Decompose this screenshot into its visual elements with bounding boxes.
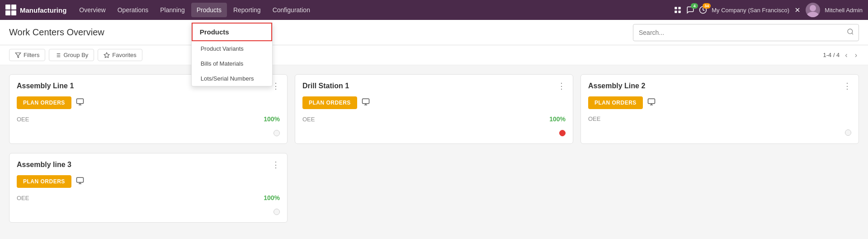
card-actions: PLAN ORDERS [17, 175, 280, 188]
svg-marker-18 [104, 53, 109, 57]
oee-label: OEE [17, 195, 29, 201]
card-assembly-line-3: Assembly line 3 ⋮ PLAN ORDERS OEE 100% [9, 153, 288, 223]
svg-point-7 [810, 5, 816, 11]
plan-orders-button[interactable]: PLAN ORDERS [302, 96, 357, 109]
pagination-prev[interactable]: ‹ [843, 50, 849, 60]
close-icon-button[interactable] [794, 6, 801, 14]
group-by-label: Group By [63, 52, 88, 58]
monitor-icon[interactable] [362, 98, 370, 108]
app-name: Manufacturing [20, 6, 66, 14]
svg-point-9 [848, 29, 853, 34]
status-indicator [274, 130, 280, 136]
user-avatar[interactable] [806, 3, 820, 17]
svg-rect-3 [679, 11, 681, 13]
nav-item-products[interactable]: Products [191, 3, 227, 17]
card-menu-icon[interactable]: ⋮ [272, 82, 280, 90]
nav-right-section: 4 34 My Company (San Francisco) Mitchell… [674, 3, 863, 17]
oee-section: OEE [588, 115, 851, 122]
filters-button[interactable]: Filters [9, 49, 45, 61]
nav-item-overview[interactable]: Overview [74, 3, 111, 17]
plan-orders-button[interactable]: PLAN ORDERS [17, 175, 71, 188]
svg-rect-0 [675, 7, 677, 9]
oee-section: OEE 100% [17, 115, 280, 123]
oee-value: 100% [549, 115, 566, 123]
card-title: Assembly line 3 [17, 161, 71, 169]
dropdown-item-lots-serial-numbers[interactable]: Lots/Serial Numbers [192, 71, 272, 86]
clock-badge: 34 [703, 3, 711, 9]
card-drill-station-1: Drill Station 1 ⋮ PLAN ORDERS OEE 100% [295, 74, 573, 144]
group-by-button[interactable]: Group By [49, 49, 94, 61]
user-name: Mitchell Admin [825, 7, 863, 14]
pagination: 1-4 / 4 ‹ › [823, 50, 859, 60]
card-menu-icon[interactable]: ⋮ [272, 161, 280, 169]
pagination-text: 1-4 / 4 [823, 52, 840, 58]
oee-value: 100% [264, 194, 280, 201]
svg-rect-2 [675, 11, 677, 13]
plan-orders-button[interactable]: PLAN ORDERS [17, 96, 71, 109]
company-name: My Company (San Francisco) [712, 7, 789, 14]
cards-row-1: Assembly Line 1 ⋮ PLAN ORDERS OEE 100% D… [0, 65, 868, 153]
card-footer [588, 129, 851, 136]
card-footer [17, 130, 280, 136]
dropdown-products-header[interactable]: Products [192, 23, 272, 41]
card-menu-icon[interactable]: ⋮ [557, 82, 566, 90]
card-assembly-line-2: Assembly Line 2 ⋮ PLAN ORDERS OEE [580, 74, 859, 144]
status-indicator [845, 129, 851, 136]
monitor-icon[interactable] [76, 177, 84, 186]
svg-line-10 [852, 33, 853, 34]
card-title: Assembly Line 1 [17, 82, 74, 90]
card-actions: PLAN ORDERS [588, 96, 851, 109]
card-actions: PLAN ORDERS [302, 96, 566, 109]
nav-item-planning[interactable]: Planning [155, 3, 190, 17]
nav-item-configuration[interactable]: Configuration [267, 3, 316, 17]
nav-products-wrapper: Products Products Product Variants Bills… [191, 3, 227, 17]
card-header: Drill Station 1 ⋮ [302, 82, 566, 90]
nav-menu: Overview Operations Planning Products Pr… [74, 3, 674, 17]
search-icon[interactable] [842, 24, 859, 41]
monitor-icon[interactable] [76, 98, 84, 108]
oee-section: OEE 100% [302, 115, 566, 123]
search-area [633, 24, 859, 41]
oee-label: OEE [302, 116, 315, 123]
card-header: Assembly Line 2 ⋮ [588, 82, 851, 90]
pagination-next[interactable]: › [853, 50, 859, 60]
card-actions: PLAN ORDERS [17, 96, 280, 109]
card-title: Assembly Line 2 [588, 82, 645, 90]
svg-rect-22 [362, 99, 369, 104]
oee-label: OEE [17, 116, 29, 123]
svg-marker-11 [15, 53, 21, 57]
favorites-button[interactable]: Favorites [98, 49, 142, 61]
oee-value: 100% [264, 115, 280, 123]
chat-icon-button[interactable]: 4 [686, 6, 694, 14]
nav-item-operations[interactable]: Operations [112, 3, 154, 17]
plan-orders-button[interactable]: PLAN ORDERS [588, 96, 643, 109]
card-header: Assembly line 3 ⋮ [17, 161, 280, 169]
top-navigation: Manufacturing Overview Operations Planni… [0, 0, 868, 20]
dropdown-item-product-variants[interactable]: Product Variants [192, 41, 272, 56]
svg-rect-28 [76, 177, 83, 182]
clock-icon-button[interactable]: 34 [699, 6, 707, 14]
card-title: Drill Station 1 [302, 82, 349, 90]
status-indicator [559, 130, 566, 136]
apps-icon-button[interactable] [674, 6, 682, 14]
cards-row-2: Assembly line 3 ⋮ PLAN ORDERS OEE 100% [0, 153, 868, 232]
secondary-bar: Work Centers Overview [0, 20, 868, 45]
card-footer [302, 130, 566, 136]
oee-label: OEE [588, 115, 600, 122]
svg-point-8 [807, 12, 819, 17]
card-footer [17, 209, 280, 215]
products-dropdown: Products Product Variants Bills of Mater… [191, 23, 273, 86]
dropdown-item-bills-of-materials[interactable]: Bills of Materials [192, 56, 272, 71]
svg-rect-19 [76, 99, 83, 104]
filters-label: Filters [24, 52, 39, 58]
monitor-icon[interactable] [647, 98, 656, 108]
status-indicator [274, 209, 280, 215]
logo-icon [5, 5, 16, 15]
favorites-label: Favorites [112, 52, 136, 58]
app-logo[interactable]: Manufacturing [5, 5, 66, 15]
search-input[interactable] [633, 25, 842, 40]
nav-item-reporting[interactable]: Reporting [228, 3, 266, 17]
svg-rect-1 [679, 7, 681, 9]
card-menu-icon[interactable]: ⋮ [843, 82, 851, 90]
svg-rect-25 [648, 99, 655, 104]
